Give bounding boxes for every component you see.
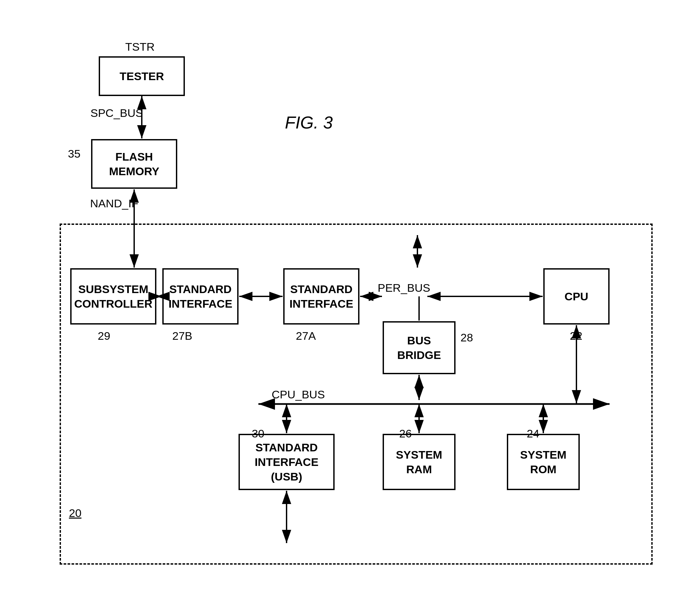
bus-bridge-box: BUSBRIDGE	[383, 321, 455, 374]
per-bus-label: PER_BUS	[378, 281, 430, 294]
figure-title: FIG. 3	[285, 112, 333, 132]
subsystem-controller-box: SUBSYSTEMCONTROLLER	[70, 268, 157, 325]
ref-29: 29	[98, 330, 110, 342]
ref-28: 28	[460, 331, 473, 344]
cpu-box: CPU	[543, 268, 610, 325]
standard-interface-usb-box: STANDARDINTERFACE (USB)	[239, 434, 335, 490]
spc-bus-label: SPC_BUS	[90, 107, 143, 120]
ref-27a: 27A	[296, 330, 316, 342]
tstr-label: TSTR	[125, 40, 155, 53]
ref-22: 22	[570, 330, 582, 342]
nand-if-label: NAND_IF	[90, 197, 138, 210]
ref-20: 20	[69, 507, 82, 520]
tester-box: TESTER	[99, 56, 185, 96]
ref-24: 24	[527, 427, 539, 440]
ref-30: 30	[252, 427, 264, 440]
flash-memory-box: FLASHMEMORY	[91, 139, 177, 189]
diagram-container: FIG. 3 TSTR TESTER SPC_BUS 35 FLASHMEMOR…	[33, 20, 663, 589]
system-rom-box: SYSTEMROM	[507, 434, 580, 490]
ref-26: 26	[399, 427, 412, 440]
ref-35: 35	[68, 147, 81, 160]
cpu-bus-label: CPU_BUS	[272, 388, 325, 401]
standard-interface-27a-box: STANDARDINTERFACE	[283, 268, 359, 325]
ref-27b: 27B	[172, 330, 192, 342]
system-ram-box: SYSTEMRAM	[383, 434, 455, 490]
standard-interface-27b-box: STANDARDINTERFACE	[162, 268, 239, 325]
